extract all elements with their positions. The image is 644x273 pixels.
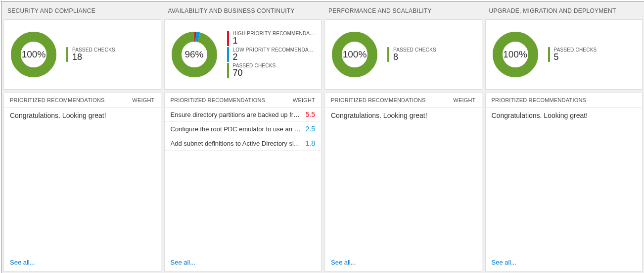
donut-percent: 100% (10, 31, 57, 78)
legend: PASSED CHECKS5 (548, 47, 637, 62)
recommendation-weight: 2.5 (306, 125, 315, 133)
congrats-message: Congratulations. Looking great! (486, 108, 643, 123)
donut-percent: 96% (171, 31, 218, 78)
legend-item: PASSED CHECKS8 (387, 47, 476, 62)
recommendation-row[interactable]: Configure the root PDC emulator to use a… (165, 122, 322, 136)
donut-chart: 96% (171, 31, 218, 78)
legend-label: HIGH PRIORITY RECOMMENDATI… (233, 31, 316, 36)
donut-chart: 100% (10, 31, 57, 78)
legend-color-bar (387, 47, 389, 62)
recommendations-body: Congratulations. Looking great! (325, 108, 482, 254)
recommendation-row[interactable]: Ensure directory partitions are backed u… (165, 108, 322, 122)
legend-color-bar (227, 63, 229, 78)
recommendation-row[interactable]: Add subnet definitions to Active Directo… (165, 136, 322, 151)
chart-card[interactable]: 100%PASSED CHECKS8 (324, 19, 482, 90)
recommendation-weight: 5.5 (306, 110, 315, 118)
recommendations-header: PRIORITIZED RECOMMENDATIONS (486, 93, 643, 108)
donut-chart: 100% (331, 31, 378, 78)
recommendations-card: PRIORITIZED RECOMMENDATIONSWEIGHTCongrat… (324, 93, 482, 272)
legend-item: PASSED CHECKS18 (66, 47, 155, 62)
recommendation-weight: 1.8 (306, 139, 315, 147)
chart-card[interactable]: 96%HIGH PRIORITY RECOMMENDATI…1LOW PRIOR… (164, 19, 322, 90)
recommendations-card: PRIORITIZED RECOMMENDATIONSCongratulatio… (485, 93, 643, 272)
recommendations-header-weight: WEIGHT (132, 97, 154, 103)
recommendations-header-title: PRIORITIZED RECOMMENDATIONS (171, 97, 266, 103)
column: AVAILABILITY AND BUSINESS CONTINUITY96%H… (164, 3, 322, 272)
donut-chart: 100% (492, 31, 539, 78)
chart-card[interactable]: 100%PASSED CHECKS18 (3, 19, 161, 90)
recommendation-text: Ensure directory partitions are backed u… (171, 111, 302, 118)
legend-item: PASSED CHECKS70 (227, 63, 316, 78)
congrats-message: Congratulations. Looking great! (4, 108, 161, 123)
legend-value: 2 (233, 53, 316, 62)
column-title: PERFORMANCE AND SCALABILITY (324, 3, 482, 19)
see-all-link[interactable]: See all... (325, 254, 482, 271)
legend-label: LOW PRIORITY RECOMMENDATIO… (233, 47, 316, 53)
legend: PASSED CHECKS18 (66, 47, 155, 62)
chart-card[interactable]: 100%PASSED CHECKS5 (485, 19, 643, 90)
recommendation-text: Configure the root PDC emulator to use a… (171, 125, 302, 133)
column: SECURITY AND COMPLIANCE100%PASSED CHECKS… (3, 3, 161, 272)
recommendations-header-title: PRIORITIZED RECOMMENDATIONS (331, 97, 426, 103)
recommendations-body: Congratulations. Looking great! (4, 108, 161, 254)
legend-color-bar (66, 47, 68, 62)
recommendations-body: Ensure directory partitions are backed u… (165, 108, 322, 254)
column-title: AVAILABILITY AND BUSINESS CONTINUITY (164, 3, 322, 19)
see-all-link[interactable]: See all... (486, 254, 643, 271)
legend: HIGH PRIORITY RECOMMENDATI…1LOW PRIORITY… (227, 31, 316, 78)
recommendations-header-title: PRIORITIZED RECOMMENDATIONS (10, 97, 105, 103)
legend-color-bar (548, 47, 550, 62)
dashboard: SECURITY AND COMPLIANCE100%PASSED CHECKS… (1, 1, 644, 273)
legend-value: 8 (393, 53, 436, 62)
recommendations-header: PRIORITIZED RECOMMENDATIONSWEIGHT (165, 93, 322, 108)
recommendations-header: PRIORITIZED RECOMMENDATIONSWEIGHT (325, 93, 482, 108)
legend-item: LOW PRIORITY RECOMMENDATIO…2 (227, 47, 316, 62)
column: UPGRADE, MIGRATION AND DEPLOYMENT100%PAS… (485, 3, 643, 272)
recommendations-header-weight: WEIGHT (453, 97, 475, 103)
recommendations-body: Congratulations. Looking great! (486, 108, 643, 254)
recommendations-header: PRIORITIZED RECOMMENDATIONSWEIGHT (4, 93, 161, 108)
legend-item: HIGH PRIORITY RECOMMENDATI…1 (227, 31, 316, 46)
recommendations-card: PRIORITIZED RECOMMENDATIONSWEIGHTEnsure … (164, 93, 322, 272)
legend: PASSED CHECKS8 (387, 47, 476, 62)
congrats-message: Congratulations. Looking great! (325, 108, 482, 123)
recommendations-card: PRIORITIZED RECOMMENDATIONSWEIGHTCongrat… (3, 93, 161, 272)
donut-percent: 100% (331, 31, 378, 78)
legend-value: 5 (554, 53, 597, 62)
recommendations-header-title: PRIORITIZED RECOMMENDATIONS (492, 97, 587, 103)
donut-percent: 100% (492, 31, 539, 78)
legend-label: PASSED CHECKS (72, 47, 115, 53)
legend-value: 70 (233, 68, 276, 78)
column-title: SECURITY AND COMPLIANCE (3, 3, 161, 19)
recommendations-header-weight: WEIGHT (293, 97, 315, 103)
legend-color-bar (227, 47, 229, 62)
see-all-link[interactable]: See all... (165, 254, 322, 271)
see-all-link[interactable]: See all... (4, 254, 161, 271)
legend-value: 18 (72, 53, 115, 62)
legend-label: PASSED CHECKS (554, 47, 597, 53)
legend-item: PASSED CHECKS5 (548, 47, 637, 62)
column-title: UPGRADE, MIGRATION AND DEPLOYMENT (485, 3, 643, 19)
column: PERFORMANCE AND SCALABILITY100%PASSED CH… (324, 3, 482, 272)
legend-color-bar (227, 31, 229, 46)
legend-value: 1 (233, 36, 316, 46)
legend-label: PASSED CHECKS (393, 47, 436, 53)
recommendation-text: Add subnet definitions to Active Directo… (171, 140, 302, 147)
